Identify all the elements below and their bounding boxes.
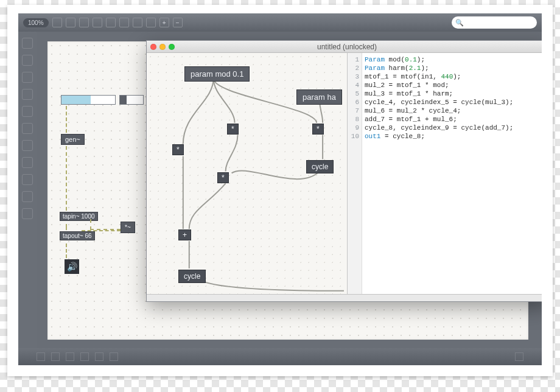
- cycle-node-1[interactable]: cycle: [306, 160, 334, 173]
- gen-code-pane[interactable]: 12345678910 Param mod(0.1); Param harm(2…: [348, 53, 542, 294]
- toolbar-icon-9[interactable]: +: [159, 18, 169, 27]
- toolbar-icon-5[interactable]: [106, 18, 116, 27]
- line-gutter: 12345678910: [348, 53, 362, 294]
- mult-node-3[interactable]: *: [172, 144, 184, 155]
- mult-node-2[interactable]: *: [312, 124, 324, 135]
- minimize-button[interactable]: [159, 44, 166, 50]
- left-tool-3[interactable]: [22, 72, 33, 83]
- traffic-lights: [150, 44, 175, 50]
- left-tool-1[interactable]: [22, 38, 33, 49]
- toolbar-icon-7[interactable]: [133, 18, 142, 27]
- toolbar-icon-6[interactable]: [119, 18, 129, 27]
- search-input[interactable]: [466, 19, 542, 26]
- power-icon[interactable]: [515, 352, 523, 361]
- left-toolbar: [18, 32, 37, 348]
- toolbar-icon-8[interactable]: [146, 18, 156, 27]
- bottom-tool-3[interactable]: [66, 352, 74, 361]
- toolbar-icon-4[interactable]: [93, 18, 102, 27]
- mult-node-1[interactable]: *: [227, 124, 239, 135]
- bottom-tool-4[interactable]: [80, 352, 89, 361]
- close-button[interactable]: [150, 44, 156, 50]
- toolbar-icon-3[interactable]: [79, 18, 89, 27]
- slider-1[interactable]: [61, 95, 116, 105]
- left-tool-9[interactable]: [22, 174, 33, 185]
- bottom-tool-6[interactable]: [110, 352, 118, 361]
- left-tool-5[interactable]: [22, 106, 33, 117]
- left-tool-8[interactable]: [22, 157, 33, 168]
- mult-object[interactable]: *~: [121, 222, 135, 233]
- toolbar-icon-1[interactable]: [52, 18, 62, 27]
- gen-window-titlebar[interactable]: untitled (unlocked): [147, 41, 542, 53]
- main-toolbar: 100% + − 🔍: [18, 13, 542, 32]
- bottom-toolbar: [18, 348, 542, 365]
- left-tool-2[interactable]: [22, 55, 33, 66]
- param-harm-node[interactable]: param ha: [296, 89, 342, 105]
- left-tool-11[interactable]: [22, 208, 33, 219]
- bottom-tool-5[interactable]: [95, 352, 103, 361]
- dac-object[interactable]: 🔊: [65, 259, 79, 274]
- left-tool-7[interactable]: [22, 140, 33, 151]
- gen-window-title: untitled (unlocked): [147, 43, 542, 51]
- left-tool-6[interactable]: [22, 123, 33, 134]
- code-text: Param mod(0.1); Param harm(2.1); mtof_1 …: [365, 55, 542, 141]
- zoom-button[interactable]: [169, 44, 175, 50]
- gen-editor-window: untitled (unlocked) param mod: [146, 40, 542, 302]
- param-mod-node[interactable]: param mod 0.1: [184, 66, 250, 82]
- monitor-bezel: 100% + − 🔍: [7, 5, 553, 376]
- bottom-tool-2[interactable]: [51, 352, 60, 361]
- bottom-tool-1[interactable]: [37, 352, 45, 361]
- mult-node-4[interactable]: *: [217, 172, 229, 183]
- gen-object[interactable]: gen~: [61, 134, 85, 145]
- toolbar-icon-10[interactable]: −: [173, 18, 183, 27]
- plus-node[interactable]: +: [178, 229, 191, 240]
- left-tool-4[interactable]: [22, 89, 33, 100]
- left-tool-10[interactable]: [22, 191, 33, 202]
- slider-2[interactable]: [119, 95, 144, 105]
- search-icon: 🔍: [455, 19, 464, 27]
- gen-window-scrollbar[interactable]: [147, 294, 542, 301]
- toolbar-icon-2[interactable]: [66, 18, 75, 27]
- search-box[interactable]: 🔍: [452, 16, 537, 29]
- cycle-node-2[interactable]: cycle: [178, 270, 206, 283]
- zoom-indicator[interactable]: 100%: [23, 18, 49, 27]
- app-window: 100% + − 🔍: [18, 13, 542, 365]
- gen-patcher[interactable]: param mod 0.1 param ha * * * cycle * + c…: [147, 53, 348, 294]
